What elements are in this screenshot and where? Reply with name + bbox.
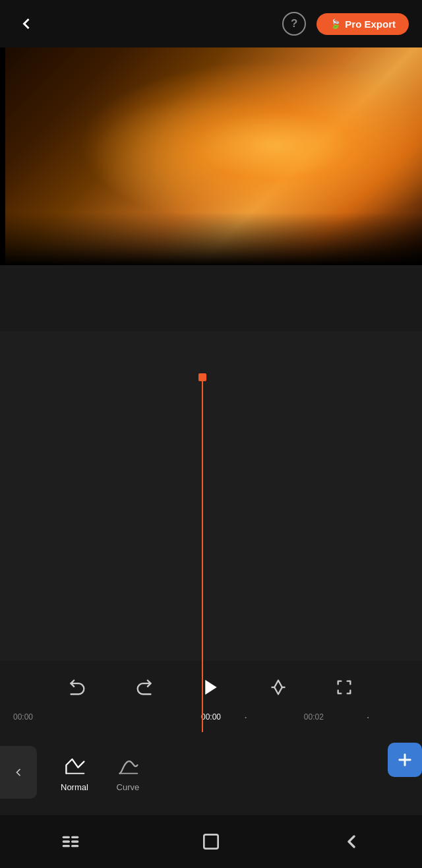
app-header: ? 🍃 Pro Export: [0, 0, 422, 47]
fullscreen-button[interactable]: [331, 674, 357, 700]
time-current-label: 00:00: [201, 712, 221, 722]
play-button[interactable]: [196, 673, 226, 702]
normal-speed-item[interactable]: Normal: [50, 747, 99, 799]
timeline-ruler: 00:00 00:00 • 00:02 •: [0, 707, 422, 727]
undo-button[interactable]: [65, 674, 91, 700]
crown-icon: 🍃: [330, 18, 341, 29]
timeline-area: 00:00 00:00 • 00:02 • | 8.2s x3.5: [0, 331, 422, 661]
dot-marker-1: •: [245, 714, 247, 720]
nav-back-button[interactable]: [332, 822, 371, 861]
bottom-navigation: [0, 815, 422, 868]
back-button[interactable]: [13, 11, 40, 37]
pro-export-button[interactable]: 🍃 Pro Export: [316, 13, 409, 35]
time-start-label: 00:00: [13, 712, 33, 722]
playhead-top: [198, 373, 206, 381]
video-canvas: [0, 47, 422, 265]
toolbar-collapse-button[interactable]: [0, 746, 37, 799]
redo-button[interactable]: [131, 674, 157, 700]
video-bottom-fade: [0, 212, 422, 265]
speed-toolbar: Normal Curve: [0, 729, 422, 815]
time-end-label: 00:02: [304, 712, 324, 722]
add-clip-button[interactable]: [388, 743, 422, 777]
video-left-bar: [0, 47, 5, 265]
header-actions: ? 🍃 Pro Export: [282, 12, 409, 36]
video-preview: [0, 47, 422, 265]
spacer: [0, 265, 422, 331]
curve-label: Curve: [117, 782, 140, 792]
toolbar-items: Normal Curve: [37, 747, 164, 799]
keyframe-button[interactable]: [265, 674, 291, 700]
playback-controls: [0, 667, 422, 707]
svg-rect-16: [204, 834, 218, 848]
nav-menu-button[interactable]: [51, 822, 90, 861]
svg-marker-0: [205, 680, 217, 695]
normal-label: Normal: [61, 782, 88, 792]
help-button[interactable]: ?: [282, 12, 306, 36]
playhead[interactable]: [202, 376, 203, 732]
curve-speed-item[interactable]: Curve: [106, 747, 150, 799]
dot-marker-2: •: [367, 714, 369, 720]
nav-home-button[interactable]: [191, 822, 231, 861]
